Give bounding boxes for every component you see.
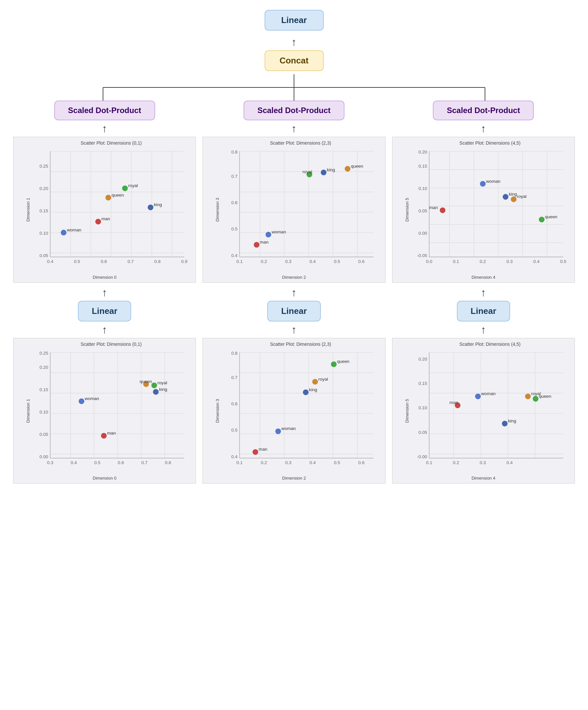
svg-text:king: king <box>159 386 167 392</box>
svg-text:0.8: 0.8 <box>165 460 171 465</box>
scaled-node-3: Scaled Dot-Product <box>433 101 534 120</box>
svg-point-209 <box>525 394 531 399</box>
svg-point-35 <box>95 219 101 224</box>
svg-text:0.8: 0.8 <box>231 350 238 355</box>
svg-point-103 <box>440 207 445 213</box>
arrow-bottom-1: ↑ <box>102 322 107 338</box>
svg-text:woman: woman <box>85 396 99 401</box>
svg-text:0.7: 0.7 <box>231 375 238 380</box>
svg-point-174 <box>276 428 281 434</box>
svg-text:0.4: 0.4 <box>47 259 53 264</box>
arrow-row-bottom2: ↑ ↑ ↑ <box>13 322 575 338</box>
svg-text:0.4: 0.4 <box>231 253 238 258</box>
scatter-svg-top-2: 0.1 0.2 0.3 0.4 0.5 0.6 0.4 0.5 0.6 0.7 … <box>219 147 382 269</box>
svg-text:king: king <box>509 192 517 196</box>
svg-text:king: king <box>327 167 335 172</box>
arrow-col-bb3: ↑ <box>392 322 575 338</box>
scatter-container-top-1: Scatter Plot: Dimensions (0,1) <box>13 137 196 283</box>
svg-point-69 <box>265 232 271 237</box>
scatter-bottom-2: Scatter Plot: Dimensions (2,3) <box>203 338 385 484</box>
svg-text:0.5: 0.5 <box>231 227 238 231</box>
svg-text:0.05: 0.05 <box>40 432 48 436</box>
arrow-row-bottom: ↑ ↑ ↑ <box>13 284 575 301</box>
svg-point-172 <box>253 449 258 455</box>
svg-text:0.15: 0.15 <box>418 381 427 386</box>
svg-text:0.10: 0.10 <box>40 409 48 414</box>
svg-text:royal: royal <box>128 183 138 188</box>
svg-text:man: man <box>107 431 116 435</box>
svg-point-211 <box>533 396 538 401</box>
scatter-bottom-3: Scatter Plot: Dimensions (4,5) <box>392 338 575 484</box>
arrow-col-2: ↑ <box>203 120 385 137</box>
svg-text:queen: queen <box>545 214 558 219</box>
svg-point-111 <box>539 217 544 222</box>
scatter-container-bottom-1: Scatter Plot: Dimensions (0,1) <box>13 338 196 484</box>
scaled-label-1: Scaled Dot-Product <box>68 106 141 115</box>
svg-text:0.20: 0.20 <box>418 357 427 361</box>
svg-text:0.20: 0.20 <box>40 365 48 370</box>
svg-point-176 <box>303 389 309 395</box>
svg-text:0.05: 0.05 <box>418 208 427 213</box>
svg-text:man: man <box>101 216 110 221</box>
linear-col-3: Linear <box>392 301 575 322</box>
svg-point-41 <box>147 205 153 210</box>
scatter-container-top-3: Scatter Plot: Dimensions (4,5) <box>392 137 575 283</box>
svg-point-207 <box>502 421 508 426</box>
arrow-scaled-1: ↑ <box>102 120 107 137</box>
svg-point-205 <box>475 394 480 399</box>
scaled-node-1: Scaled Dot-Product <box>54 101 155 120</box>
svg-text:0.5: 0.5 <box>560 259 566 264</box>
svg-text:royal: royal <box>303 169 312 174</box>
scatter-svg-bottom-2: 0.1 0.2 0.3 0.4 0.5 0.6 0.4 0.5 0.6 0.7 … <box>219 349 382 470</box>
linear-label-2: Linear <box>281 306 307 316</box>
svg-point-73 <box>321 170 326 175</box>
svg-text:0.05: 0.05 <box>40 253 48 258</box>
scatter-title-top-1: Scatter Plot: Dimensions (0,1) <box>30 140 192 146</box>
arrow-bottom-3: ↑ <box>481 322 486 338</box>
x-label-top-3: Dimension 4 <box>472 275 495 280</box>
svg-point-107 <box>502 194 508 199</box>
svg-point-180 <box>331 361 336 367</box>
page-container: Linear ↑ Concat Scale <box>0 0 588 493</box>
y-label-top-2: Dimension 3 <box>215 198 220 221</box>
svg-point-37 <box>105 195 111 200</box>
scatter-top-3: Scatter Plot: Dimensions (4,5) <box>392 137 575 283</box>
svg-text:queen: queen <box>351 164 363 169</box>
svg-point-33 <box>61 230 66 235</box>
svg-text:royal: royal <box>517 194 526 199</box>
linear-label-1: Linear <box>92 306 117 316</box>
svg-text:0.20: 0.20 <box>418 149 427 155</box>
concat-label: Concat <box>279 55 308 65</box>
x-label-bottom-2: Dimension 2 <box>282 476 306 480</box>
svg-text:0.15: 0.15 <box>40 387 48 392</box>
top-scatter-row: Scatter Plot: Dimensions (0,1) <box>13 137 575 283</box>
arrow-bottom-2: ↑ <box>291 322 297 338</box>
svg-point-39 <box>122 185 128 191</box>
svg-text:0.7: 0.7 <box>141 460 147 465</box>
arrow-scaled-2: ↑ <box>291 120 297 137</box>
svg-text:0.4: 0.4 <box>231 454 238 459</box>
svg-text:0.5: 0.5 <box>334 259 340 264</box>
scatter-title-bottom-2: Scatter Plot: Dimensions (2,3) <box>219 341 382 347</box>
scatter-top-2: Scatter Plot: Dimensions (2,3) <box>203 137 385 283</box>
svg-text:0.15: 0.15 <box>40 208 48 213</box>
svg-text:0.6: 0.6 <box>358 460 364 465</box>
scatter-container-bottom-3: Scatter Plot: Dimensions (4,5) <box>392 338 575 484</box>
arrow-linear-2: ↑ <box>291 284 297 301</box>
linear-node-2: Linear <box>267 301 321 322</box>
svg-text:0.7: 0.7 <box>127 259 134 264</box>
scatter-top-1: Scatter Plot: Dimensions (0,1) <box>13 137 196 283</box>
top-linear-node: Linear <box>265 10 324 30</box>
svg-point-140 <box>101 433 107 439</box>
svg-text:0.20: 0.20 <box>40 186 48 191</box>
svg-text:0.4: 0.4 <box>310 460 316 465</box>
concat-row: Concat <box>13 50 575 71</box>
scatter-svg-bottom-3: 0.1 0.2 0.3 0.4 -0.00 0.05 0.10 0.15 0.2… <box>409 349 571 470</box>
svg-text:0.4: 0.4 <box>310 259 316 264</box>
arrow-col-b2: ↑ <box>203 284 385 301</box>
svg-text:man: man <box>259 447 267 452</box>
scatter-container-bottom-2: Scatter Plot: Dimensions (2,3) <box>203 338 385 484</box>
arrow-col-3: ↑ <box>392 120 575 137</box>
arrow-col-b3: ↑ <box>392 284 575 301</box>
arrow-icon: ↑ <box>291 37 297 47</box>
